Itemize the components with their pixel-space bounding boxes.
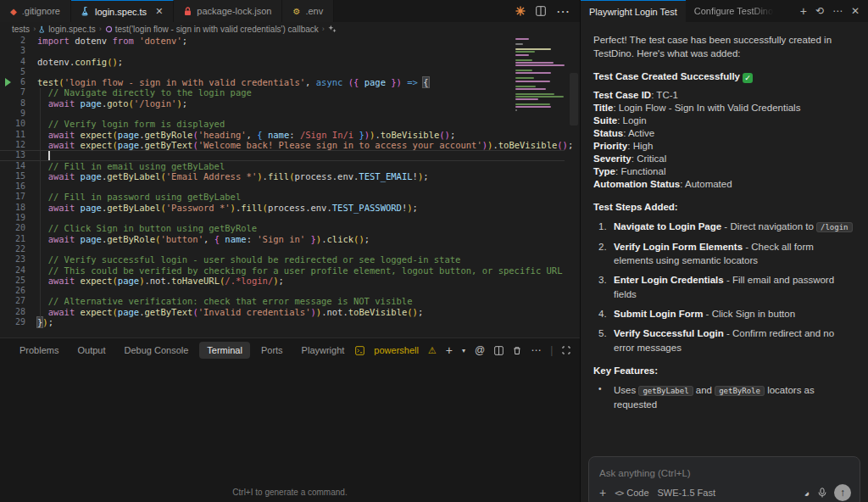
minimap-line	[515, 96, 564, 98]
usage-indicator-icon[interactable]: ◑	[800, 486, 814, 499]
code-text	[37, 150, 580, 160]
shell-name[interactable]: powershell	[374, 345, 419, 355]
minimap-line	[515, 54, 529, 56]
breadcrumb-tests[interactable]: tests	[12, 25, 30, 34]
more-chat-icon[interactable]: ⋯	[832, 5, 843, 17]
line-number: 23	[0, 254, 37, 265]
maximize-panel-icon[interactable]	[562, 346, 570, 354]
more-actions-icon[interactable]: ⋯	[556, 3, 570, 20]
panel-tab-debug-console[interactable]: Debug Console	[117, 342, 197, 359]
field-label: Severity	[593, 153, 632, 164]
panel-tab-output[interactable]: Output	[70, 342, 113, 359]
more-terminal-icon[interactable]: ⋯	[531, 344, 541, 356]
code-line: 22	[0, 244, 580, 254]
tab-gitignore[interactable]: ◆ .gitignore	[0, 0, 71, 22]
terminal-icon	[355, 346, 364, 355]
chat-input[interactable]	[599, 468, 849, 478]
code-text: // Fill in password using getByLabel	[37, 192, 580, 202]
tab-login-spec[interactable]: login.spec.ts ✕	[71, 0, 174, 22]
send-button[interactable]: ↑	[834, 484, 851, 501]
line-number: 17	[0, 192, 37, 202]
step-body: Submit Login Form - Click Sign in button	[614, 307, 855, 321]
mode-selector[interactable]: <> Code	[615, 488, 648, 498]
history-icon[interactable]: ⟲	[815, 5, 824, 17]
code-line: 29});	[0, 317, 580, 327]
line-number: 25	[0, 276, 37, 286]
feature-body: Uses getByLabel and getByRole locators a…	[614, 383, 855, 411]
code-line: 6test('login flow - sign in with valid c…	[0, 77, 580, 87]
warning-icon[interactable]: ⚠	[428, 345, 437, 356]
editor-scrollbar[interactable]	[570, 73, 578, 126]
kill-terminal-icon[interactable]	[513, 346, 521, 355]
code-editor[interactable]: 2import dotenv from 'dotenv';34dotenv.co…	[0, 36, 580, 337]
panel-tab-terminal[interactable]: Terminal	[199, 342, 250, 359]
editor-actions: ⋯	[515, 0, 580, 22]
code-text: await page.getByLabel('Password *').fill…	[37, 203, 580, 213]
chat-tab-configure-testdino[interactable]: Configure TestDino MC	[686, 0, 774, 22]
flask-icon	[81, 7, 90, 16]
minimap[interactable]	[514, 36, 568, 114]
model-selector[interactable]: SWE-1.5 Fast	[658, 488, 715, 498]
sparkle-icon[interactable]	[515, 6, 526, 16]
line-number: 29	[0, 317, 37, 327]
line-number: 19	[0, 213, 37, 223]
split-terminal-icon[interactable]	[494, 346, 504, 355]
test-case-field: Severity: Critical	[593, 153, 855, 165]
indent-guide	[40, 88, 41, 318]
editor-tab-bar: ◆ .gitignore login.spec.ts ✕ package-loc…	[0, 0, 580, 22]
tab-package-lock[interactable]: package-lock.json	[174, 0, 282, 22]
step-title: Enter Login Credentials	[614, 275, 724, 285]
minimap-line	[515, 72, 551, 74]
line-number: 12	[0, 140, 37, 150]
panel-tab-playwright[interactable]: Playwright	[294, 342, 353, 359]
code-line: 17 // Fill in password using getByLabel	[0, 192, 580, 202]
tab-label: .gitignore	[22, 6, 60, 16]
code-text: import dotenv from 'dotenv';	[37, 36, 580, 46]
line-number: 13	[0, 150, 37, 160]
check-icon: ✓	[743, 73, 753, 83]
chat-tab-playwright-login-test[interactable]: Playwright Login Test	[581, 0, 686, 22]
panel-tab-problems[interactable]: Problems	[12, 342, 66, 359]
terminal-dropdown-icon[interactable]: ▾	[462, 347, 465, 354]
tab-env[interactable]: ⚙ .env	[282, 0, 334, 22]
line-number: 5	[0, 67, 37, 77]
line-number: 24	[0, 265, 37, 276]
chat-input-box[interactable]: + <> Code SWE-1.5 Fast ◑ ↑	[588, 456, 860, 502]
tab-label: login.spec.ts	[95, 7, 147, 17]
test-step-item: 3.Enter Login Credentials - Fill email a…	[598, 273, 855, 301]
new-terminal-icon[interactable]: +	[446, 343, 453, 357]
microphone-icon[interactable]	[818, 488, 826, 498]
terminal-actions: powershell ⚠ + ▾ @ ⋯ | ✕	[355, 343, 600, 357]
test-case-field: Priority: High	[593, 140, 855, 153]
test-case-field: Title: Login Flow - Sign In with Valid C…	[593, 102, 855, 114]
breadcrumb-file[interactable]: login.spec.ts	[39, 25, 96, 34]
line-number: 20	[0, 223, 37, 233]
line-number: 11	[0, 130, 37, 140]
code-line: 7 // Navigate directly to the login page	[0, 87, 580, 98]
inline-code: /login	[816, 222, 853, 232]
field-label: Suite	[593, 115, 617, 126]
line-number: 3	[0, 46, 37, 56]
field-value: : High	[627, 141, 653, 151]
field-value: : Critical	[632, 153, 667, 164]
code-text: // Verify successful login - user should…	[37, 254, 580, 265]
run-test-icon[interactable]	[5, 78, 11, 86]
code-text: });	[37, 317, 580, 327]
code-line: 25 await expect(page).not.toHaveURL(/.*l…	[0, 276, 580, 286]
code-text	[37, 46, 580, 56]
panel-tab-ports[interactable]: Ports	[253, 342, 291, 359]
split-editor-icon[interactable]	[536, 6, 546, 16]
features-heading: Key Features:	[593, 364, 855, 377]
breadcrumb-symbol[interactable]: test('login flow - sign in with valid cr…	[105, 25, 319, 34]
code-line: 11 await expect(page.getByRole('heading'…	[0, 130, 580, 140]
line-number: 8	[0, 98, 37, 109]
attach-icon[interactable]: +	[599, 486, 606, 499]
at-sign-icon[interactable]: @	[475, 344, 485, 356]
chevron-right-icon: ›	[99, 25, 102, 33]
new-chat-icon[interactable]: +	[800, 4, 807, 18]
step-title: Navigate to Login Page	[614, 221, 721, 231]
close-tab-icon[interactable]: ✕	[155, 6, 163, 17]
close-chat-icon[interactable]: ✕	[851, 5, 860, 17]
test-step-item: 1.Navigate to Login Page - Direct naviga…	[598, 220, 855, 233]
step-number: 2.	[598, 240, 614, 268]
